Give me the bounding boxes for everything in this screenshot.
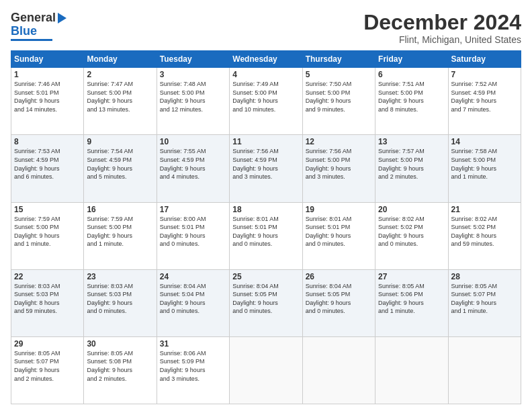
logo: General Blue	[11, 11, 66, 41]
table-row: 9Sunrise: 7:54 AMSunset: 4:59 PMDaylight…	[84, 135, 157, 202]
day-info: Sunrise: 7:48 AMSunset: 5:00 PMDaylight:…	[160, 80, 226, 113]
day-number: 26	[306, 272, 372, 281]
day-info: Sunrise: 8:05 AMSunset: 5:08 PMDaylight:…	[87, 349, 153, 383]
table-row: 26Sunrise: 8:04 AMSunset: 5:05 PMDayligh…	[302, 269, 375, 336]
day-info: Sunrise: 8:03 AMSunset: 5:03 PMDaylight:…	[14, 282, 81, 316]
day-number: 5	[306, 70, 372, 79]
calendar-week-4: 22Sunrise: 8:03 AMSunset: 5:03 PMDayligh…	[11, 269, 521, 336]
table-row: 30Sunrise: 8:05 AMSunset: 5:08 PMDayligh…	[84, 336, 157, 404]
day-number: 4	[232, 70, 299, 79]
day-number: 30	[87, 339, 153, 349]
day-number: 15	[14, 205, 81, 214]
table-row: 20Sunrise: 8:02 AMSunset: 5:02 PMDayligh…	[375, 202, 448, 269]
logo-underline	[11, 39, 52, 41]
table-row: 16Sunrise: 7:59 AMSunset: 5:00 PMDayligh…	[84, 202, 157, 269]
calendar-week-5: 29Sunrise: 8:05 AMSunset: 5:07 PMDayligh…	[11, 336, 521, 404]
day-number: 20	[378, 205, 445, 214]
day-info: Sunrise: 7:55 AMSunset: 4:59 PMDaylight:…	[160, 147, 226, 181]
header: General Blue December 2024 Flint, Michig…	[11, 11, 521, 45]
col-thursday: Thursday	[302, 51, 375, 68]
day-number: 11	[232, 137, 299, 146]
table-row: 15Sunrise: 7:59 AMSunset: 5:00 PMDayligh…	[11, 202, 84, 269]
day-info: Sunrise: 8:05 AMSunset: 5:07 PMDaylight:…	[14, 349, 81, 383]
day-info: Sunrise: 7:46 AMSunset: 5:01 PMDaylight:…	[14, 80, 81, 113]
day-info: Sunrise: 8:05 AMSunset: 5:06 PMDaylight:…	[378, 282, 445, 316]
day-info: Sunrise: 8:02 AMSunset: 5:02 PMDaylight:…	[451, 215, 518, 248]
title-block: December 2024 Flint, Michigan, United St…	[363, 11, 521, 45]
day-info: Sunrise: 8:02 AMSunset: 5:02 PMDaylight:…	[378, 215, 445, 248]
table-row: 25Sunrise: 8:04 AMSunset: 5:05 PMDayligh…	[230, 269, 302, 336]
day-number: 7	[451, 70, 518, 79]
day-number: 27	[378, 272, 445, 281]
day-number: 6	[378, 70, 445, 79]
day-info: Sunrise: 8:04 AMSunset: 5:05 PMDaylight:…	[306, 282, 372, 316]
table-row: 3Sunrise: 7:48 AMSunset: 5:00 PMDaylight…	[157, 68, 229, 135]
day-number: 8	[14, 137, 81, 146]
col-tuesday: Tuesday	[157, 51, 229, 68]
day-info: Sunrise: 7:52 AMSunset: 4:59 PMDaylight:…	[451, 80, 518, 113]
table-row: 10Sunrise: 7:55 AMSunset: 4:59 PMDayligh…	[157, 135, 229, 202]
table-row: 4Sunrise: 7:49 AMSunset: 5:00 PMDaylight…	[230, 68, 302, 135]
day-info: Sunrise: 7:57 AMSunset: 5:00 PMDaylight:…	[378, 147, 445, 181]
day-number: 19	[306, 205, 372, 214]
day-info: Sunrise: 8:03 AMSunset: 5:03 PMDaylight:…	[87, 282, 153, 316]
table-row	[302, 336, 375, 404]
day-info: Sunrise: 8:04 AMSunset: 5:04 PMDaylight:…	[160, 282, 226, 316]
day-number: 31	[160, 339, 226, 349]
calendar-week-1: 1Sunrise: 7:46 AMSunset: 5:01 PMDaylight…	[11, 68, 521, 135]
page-subtitle: Flint, Michigan, United States	[363, 34, 521, 45]
col-sunday: Sunday	[11, 51, 84, 68]
table-row: 24Sunrise: 8:04 AMSunset: 5:04 PMDayligh…	[157, 269, 229, 336]
day-number: 16	[87, 205, 153, 214]
day-number: 17	[160, 205, 226, 214]
table-row: 29Sunrise: 8:05 AMSunset: 5:07 PMDayligh…	[11, 336, 84, 404]
day-number: 23	[87, 272, 153, 281]
day-number: 21	[451, 205, 518, 214]
table-row: 12Sunrise: 7:56 AMSunset: 5:00 PMDayligh…	[302, 135, 375, 202]
day-info: Sunrise: 7:49 AMSunset: 5:00 PMDaylight:…	[232, 80, 299, 113]
day-number: 18	[232, 205, 299, 214]
day-number: 28	[451, 272, 518, 281]
day-number: 12	[306, 137, 372, 146]
day-info: Sunrise: 8:00 AMSunset: 5:01 PMDaylight:…	[160, 215, 226, 248]
table-row: 14Sunrise: 7:58 AMSunset: 5:00 PMDayligh…	[448, 135, 521, 202]
day-info: Sunrise: 7:56 AMSunset: 5:00 PMDaylight:…	[306, 147, 372, 181]
table-row: 28Sunrise: 8:05 AMSunset: 5:07 PMDayligh…	[448, 269, 521, 336]
table-row	[448, 336, 521, 404]
table-row: 18Sunrise: 8:01 AMSunset: 5:01 PMDayligh…	[230, 202, 302, 269]
day-info: Sunrise: 7:54 AMSunset: 4:59 PMDaylight:…	[87, 147, 153, 181]
day-info: Sunrise: 8:01 AMSunset: 5:01 PMDaylight:…	[306, 215, 372, 248]
logo-blue: Blue	[11, 25, 37, 37]
day-info: Sunrise: 8:04 AMSunset: 5:05 PMDaylight:…	[232, 282, 299, 316]
day-number: 1	[14, 70, 81, 79]
table-row: 31Sunrise: 8:06 AMSunset: 5:09 PMDayligh…	[157, 336, 229, 404]
day-info: Sunrise: 7:47 AMSunset: 5:00 PMDaylight:…	[87, 80, 153, 113]
table-row: 11Sunrise: 7:56 AMSunset: 4:59 PMDayligh…	[230, 135, 302, 202]
table-row: 5Sunrise: 7:50 AMSunset: 5:00 PMDaylight…	[302, 68, 375, 135]
day-number: 25	[232, 272, 299, 281]
day-number: 14	[451, 137, 518, 146]
day-number: 24	[160, 272, 226, 281]
page-title: December 2024	[363, 11, 521, 34]
calendar-table: Sunday Monday Tuesday Wednesday Thursday…	[11, 50, 521, 404]
day-info: Sunrise: 7:59 AMSunset: 5:00 PMDaylight:…	[87, 215, 153, 248]
col-monday: Monday	[84, 51, 157, 68]
table-row: 23Sunrise: 8:03 AMSunset: 5:03 PMDayligh…	[84, 269, 157, 336]
col-wednesday: Wednesday	[230, 51, 302, 68]
table-row: 22Sunrise: 8:03 AMSunset: 5:03 PMDayligh…	[11, 269, 84, 336]
day-number: 10	[160, 137, 226, 146]
table-row	[375, 336, 448, 404]
col-saturday: Saturday	[448, 51, 521, 68]
table-row: 8Sunrise: 7:53 AMSunset: 4:59 PMDaylight…	[11, 135, 84, 202]
table-row	[230, 336, 302, 404]
table-row: 6Sunrise: 7:51 AMSunset: 5:00 PMDaylight…	[375, 68, 448, 135]
calendar-week-2: 8Sunrise: 7:53 AMSunset: 4:59 PMDaylight…	[11, 135, 521, 202]
table-row: 7Sunrise: 7:52 AMSunset: 4:59 PMDaylight…	[448, 68, 521, 135]
table-row: 13Sunrise: 7:57 AMSunset: 5:00 PMDayligh…	[375, 135, 448, 202]
day-info: Sunrise: 8:01 AMSunset: 5:01 PMDaylight:…	[232, 215, 299, 248]
logo-general: General	[11, 11, 56, 25]
day-info: Sunrise: 7:59 AMSunset: 5:00 PMDaylight:…	[14, 215, 81, 248]
day-number: 29	[14, 339, 81, 349]
day-info: Sunrise: 7:56 AMSunset: 4:59 PMDaylight:…	[232, 147, 299, 181]
calendar-header-row: Sunday Monday Tuesday Wednesday Thursday…	[11, 51, 521, 68]
